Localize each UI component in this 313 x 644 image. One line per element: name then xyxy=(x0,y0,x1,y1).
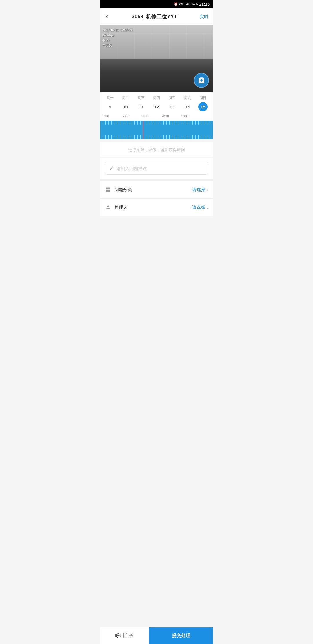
day-item-sat[interactable]: 周六 14 xyxy=(180,95,195,111)
overlay-line-4: 自定义 xyxy=(102,43,133,48)
day-number-sun: 15 xyxy=(198,102,208,111)
day-item-fri[interactable]: 周五 13 xyxy=(164,95,180,111)
problem-category-value: 请选择 xyxy=(192,187,205,193)
section-divider-1 xyxy=(100,179,213,181)
alarm-icon: ⏰ xyxy=(174,2,178,6)
chevron-right-icon-category: › xyxy=(207,187,208,192)
camera-icon xyxy=(198,77,205,84)
day-label-thu: 周四 xyxy=(153,95,160,100)
back-button[interactable]: ‹ xyxy=(105,12,109,21)
day-number-fri: 13 xyxy=(167,102,176,111)
battery-text: 94% xyxy=(191,2,198,6)
chevron-right-icon-handler: › xyxy=(207,205,208,210)
nav-header: ‹ 3058_机修工位YYT 实时 xyxy=(100,8,213,25)
overlay-line-3: qwe2 xyxy=(102,38,133,43)
problem-category-row[interactable]: 问题分类 请选择 › xyxy=(100,181,213,199)
wifi-icon: WiFi xyxy=(179,2,185,6)
signal-icon: 4G xyxy=(186,2,190,6)
problem-category-label: 问题分类 xyxy=(114,187,192,193)
day-item-tue[interactable]: 周二 10 xyxy=(118,95,133,111)
timeline-cursor xyxy=(143,121,143,139)
timeline-track[interactable] xyxy=(100,121,213,139)
status-bar: ⏰ WiFi 4G 94% 21:16 xyxy=(100,0,213,8)
timeline-labels: 1:00 2:00 3:00 4:00 5:00 xyxy=(100,113,213,120)
status-time: 21:16 xyxy=(199,2,210,6)
hint-text: 进行拍照，录像，监听获得证据 xyxy=(100,142,213,157)
input-wrapper xyxy=(105,162,208,175)
person-icon xyxy=(105,204,112,211)
day-label-tue: 周二 xyxy=(122,95,129,100)
day-label-sat: 周六 xyxy=(184,95,191,100)
status-icons: ⏰ WiFi 4G 94% xyxy=(174,2,198,6)
week-days-row: 周一 9 周二 10 周三 11 周四 12 周五 13 周六 14 周日 15 xyxy=(100,95,213,111)
timeline-container: 1:00 2:00 3:00 4:00 5:00 xyxy=(100,113,213,139)
overlay-line-1: 2017-10-15 02:55:29 xyxy=(102,28,133,33)
day-number-tue: 10 xyxy=(121,102,130,111)
day-item-wed[interactable]: 周三 11 xyxy=(133,95,149,111)
timeline-label-2: 2:00 xyxy=(123,114,129,118)
day-label-mon: 周一 xyxy=(107,95,114,100)
bottom-spacer xyxy=(100,216,213,237)
realtime-button[interactable]: 实时 xyxy=(200,14,208,19)
day-item-thu[interactable]: 周四 12 xyxy=(149,95,164,111)
feed-background: 2017-10-15 02:55:29 849kbps qwe2 自定义 xyxy=(100,25,213,92)
day-number-sat: 14 xyxy=(183,102,192,111)
screenshot-button[interactable] xyxy=(194,73,209,88)
handler-label: 处理人 xyxy=(114,205,192,210)
handler-row[interactable]: 处理人 请选择 › xyxy=(100,199,213,216)
timeline-label-3: 3:00 xyxy=(142,114,148,118)
grid-icon xyxy=(105,186,112,193)
timeline-label-4: 4:00 xyxy=(162,114,169,118)
day-label-wed: 周三 xyxy=(138,95,145,100)
day-label-fri: 周五 xyxy=(168,95,175,100)
handler-value: 请选择 xyxy=(192,205,205,210)
page-title: 3058_机修工位YYT xyxy=(109,13,200,20)
day-item-sun[interactable]: 周日 15 xyxy=(195,95,211,111)
day-number-thu: 12 xyxy=(152,102,161,111)
day-number-wed: 11 xyxy=(137,102,146,111)
overlay-line-2: 849kbps xyxy=(102,33,133,38)
feed-overlay-text: 2017-10-15 02:55:29 849kbps qwe2 自定义 xyxy=(102,28,133,48)
timeline-label-5: 5:00 xyxy=(181,114,188,118)
week-calendar: 周一 9 周二 10 周三 11 周四 12 周五 13 周六 14 周日 15 xyxy=(100,92,213,113)
day-number-mon: 9 xyxy=(105,102,115,111)
camera-feed: 2017-10-15 02:55:29 849kbps qwe2 自定义 xyxy=(100,25,213,92)
edit-icon xyxy=(109,166,114,171)
day-item-mon[interactable]: 周一 9 xyxy=(102,95,118,111)
input-section xyxy=(100,158,213,179)
day-label-sun: 周日 xyxy=(199,95,206,100)
timeline-label-1: 1:00 xyxy=(102,114,109,118)
problem-description-input[interactable] xyxy=(117,166,204,171)
